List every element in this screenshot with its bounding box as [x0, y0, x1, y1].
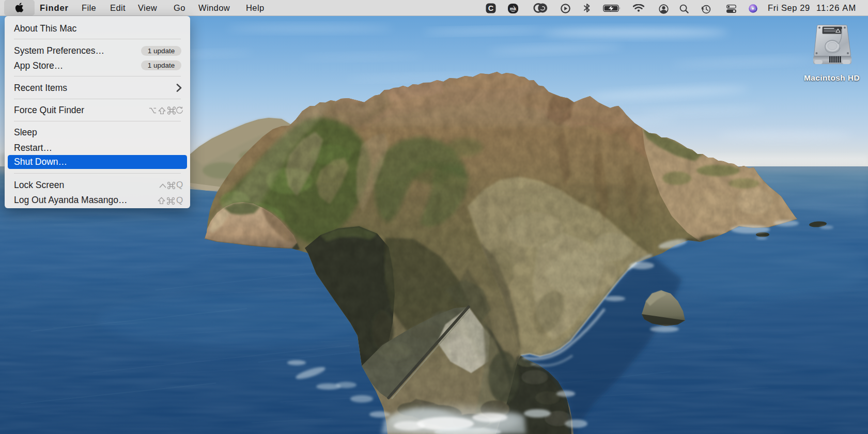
svg-text:mk: mk	[510, 6, 517, 11]
svg-text:C: C	[488, 4, 494, 12]
